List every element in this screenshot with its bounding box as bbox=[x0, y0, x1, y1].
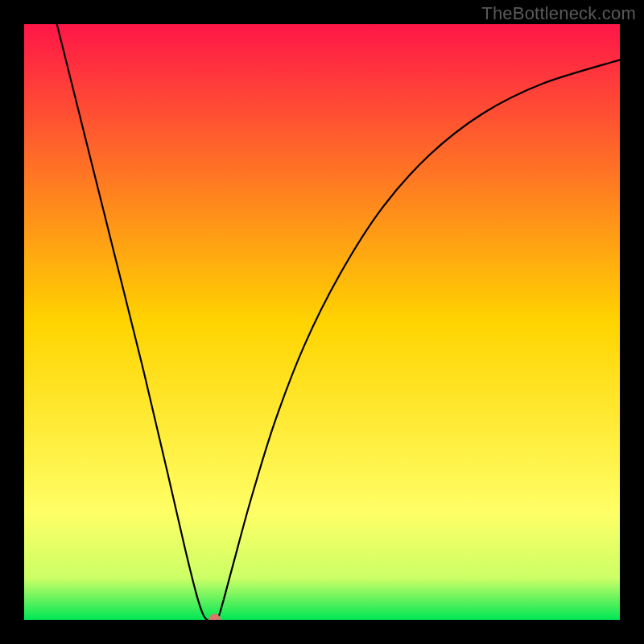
plot-area bbox=[24, 24, 620, 620]
chart-frame: TheBottleneck.com bbox=[0, 0, 644, 644]
bottleneck-chart bbox=[24, 24, 620, 620]
watermark-text: TheBottleneck.com bbox=[481, 3, 636, 24]
gradient-background bbox=[24, 24, 620, 620]
